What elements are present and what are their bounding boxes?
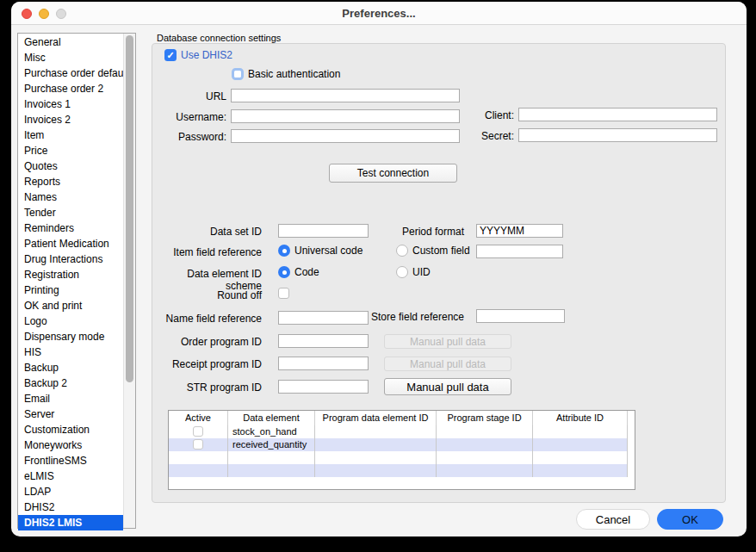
- sidebar-item-backup-2[interactable]: Backup 2: [18, 375, 123, 391]
- manual-pull-str-button[interactable]: Manual pull data: [384, 378, 511, 395]
- cell: [533, 438, 628, 451]
- sidebar-item-email[interactable]: Email: [18, 391, 123, 406]
- sidebar-scrollbar-thumb[interactable]: [126, 35, 133, 382]
- row-active-checkbox[interactable]: [193, 439, 203, 450]
- cell: [628, 464, 635, 477]
- sidebar-item-ok-and-print[interactable]: OK and print: [18, 298, 123, 313]
- column-header-program-stage-id[interactable]: Program stage ID: [437, 411, 533, 425]
- order-program-id-input[interactable]: [278, 334, 369, 348]
- cell: [533, 451, 628, 464]
- sidebar-item-patient-medication[interactable]: Patient Medication: [18, 236, 123, 251]
- sidebar-item-logo[interactable]: Logo: [18, 313, 123, 329]
- cell: [533, 425, 628, 438]
- receipt-program-id-label: Receipt program ID: [152, 358, 262, 370]
- table-row[interactable]: [169, 451, 635, 464]
- sidebar-item-server[interactable]: Server: [18, 406, 123, 422]
- secret-input[interactable]: [518, 128, 717, 142]
- preferences-category-list: GeneralMiscPurchase order defaultsPurcha…: [17, 33, 136, 529]
- universal-code-radio[interactable]: [278, 245, 290, 257]
- sidebar-item-general[interactable]: General: [18, 34, 123, 50]
- url-input[interactable]: [231, 89, 460, 102]
- cancel-button[interactable]: Cancel: [576, 509, 650, 530]
- sidebar-item-reminders[interactable]: Reminders: [18, 220, 123, 236]
- cell: [628, 451, 635, 464]
- period-format-input[interactable]: [476, 224, 563, 238]
- sidebar-scrollbar[interactable]: [123, 34, 135, 528]
- sidebar-item-backup[interactable]: Backup: [18, 360, 123, 375]
- preferences-window: Preferences... GeneralMiscPurchase order…: [11, 2, 747, 536]
- code-radio[interactable]: [278, 266, 290, 278]
- table-row[interactable]: [169, 464, 635, 477]
- round-off-checkbox[interactable]: [278, 288, 289, 299]
- sidebar-item-misc[interactable]: Misc: [18, 50, 123, 65]
- cell-active: [169, 451, 228, 464]
- cell: [315, 425, 437, 438]
- column-header-data-element[interactable]: Data element: [228, 411, 315, 425]
- cell: [437, 438, 533, 451]
- sidebar-item-elmis[interactable]: eLMIS: [18, 468, 123, 484]
- sidebar-item-price[interactable]: Price: [18, 143, 123, 158]
- store-field-reference-input[interactable]: [476, 309, 565, 323]
- sidebar-item-reports[interactable]: Reports: [18, 174, 123, 189]
- str-program-id-label: STR program ID: [152, 381, 262, 394]
- custom-field-input[interactable]: [476, 245, 563, 258]
- cell: [628, 425, 635, 438]
- sidebar-item-printing[interactable]: Printing: [18, 282, 123, 298]
- column-header-program-data-element-id[interactable]: Program data element ID: [315, 411, 437, 425]
- test-connection-button[interactable]: Test connection: [329, 164, 457, 183]
- uid-radio[interactable]: [396, 266, 408, 278]
- sidebar-item-moneyworks[interactable]: Moneyworks: [18, 437, 123, 453]
- data-set-id-input[interactable]: [278, 224, 369, 238]
- sidebar-item-frontlinesms[interactable]: FrontlineSMS: [18, 453, 123, 468]
- round-off-label: Round off: [152, 289, 262, 301]
- sidebar-item-dhis2-lmis[interactable]: DHIS2 LMIS: [18, 515, 123, 530]
- cell: stock_on_hand: [228, 425, 315, 438]
- cell: received_quantity: [228, 438, 315, 451]
- name-field-reference-input[interactable]: [278, 311, 369, 325]
- manual-pull-order-button: Manual pull data: [384, 334, 511, 349]
- sidebar-item-dhis2[interactable]: DHIS2: [18, 499, 123, 515]
- str-program-id-input[interactable]: [278, 380, 369, 394]
- sidebar-item-invoices-1[interactable]: Invoices 1: [18, 96, 123, 112]
- window-title: Preferences...: [11, 7, 747, 20]
- cell: [315, 438, 437, 451]
- database-connection-groupbox: ✓ Use DHIS2 Basic authentication URL Use…: [152, 43, 726, 503]
- sidebar-item-names[interactable]: Names: [18, 189, 123, 205]
- sidebar-item-ldap[interactable]: LDAP: [18, 484, 123, 499]
- column-header-attribute-id[interactable]: Attribute ID: [533, 411, 628, 425]
- sidebar-item-dispensary-mode[interactable]: Dispensary mode: [18, 329, 123, 344]
- cell: [533, 464, 628, 477]
- titlebar[interactable]: Preferences...: [11, 2, 747, 25]
- password-input[interactable]: [231, 129, 460, 143]
- manual-pull-receipt-button: Manual pull data: [384, 357, 511, 371]
- sidebar-item-tender[interactable]: Tender: [18, 205, 123, 220]
- sidebar-item-item[interactable]: Item: [18, 127, 123, 143]
- data-set-id-label: Data set ID: [152, 226, 262, 238]
- table-row[interactable]: received_quantity: [169, 438, 635, 451]
- basic-auth-checkbox[interactable]: [232, 68, 244, 80]
- row-active-checkbox[interactable]: [193, 426, 203, 437]
- groupbox-label: Database connection settings: [157, 33, 281, 43]
- client-label: Client:: [437, 109, 514, 121]
- custom-field-radio[interactable]: [396, 245, 408, 257]
- sidebar-item-registration[interactable]: Registration: [18, 267, 123, 282]
- use-dhis2-checkbox[interactable]: ✓: [164, 49, 177, 61]
- ok-button[interactable]: OK: [657, 509, 723, 530]
- receipt-program-id-input[interactable]: [278, 357, 369, 370]
- client-input[interactable]: [518, 108, 717, 121]
- cell: [228, 464, 315, 477]
- cell: [315, 464, 437, 477]
- sidebar-item-purchase-order-defaults[interactable]: Purchase order defaults: [18, 65, 123, 81]
- sidebar-item-purchase-order-2[interactable]: Purchase order 2: [18, 81, 123, 96]
- sidebar-item-drug-interactions[interactable]: Drug Interactions: [18, 251, 123, 267]
- cell: [437, 464, 533, 477]
- name-field-reference-label: Name field reference: [152, 313, 262, 325]
- column-header-active[interactable]: Active: [169, 411, 228, 425]
- data-element-id-scheme-label: Data element ID scheme: [152, 268, 262, 292]
- table-row[interactable]: stock_on_hand: [169, 425, 635, 438]
- sidebar-item-quotes[interactable]: Quotes: [18, 158, 123, 174]
- sidebar-item-his[interactable]: HIS: [18, 344, 123, 360]
- username-input[interactable]: [231, 109, 460, 123]
- sidebar-item-invoices-2[interactable]: Invoices 2: [18, 112, 123, 127]
- sidebar-item-customization[interactable]: Customization: [18, 422, 123, 437]
